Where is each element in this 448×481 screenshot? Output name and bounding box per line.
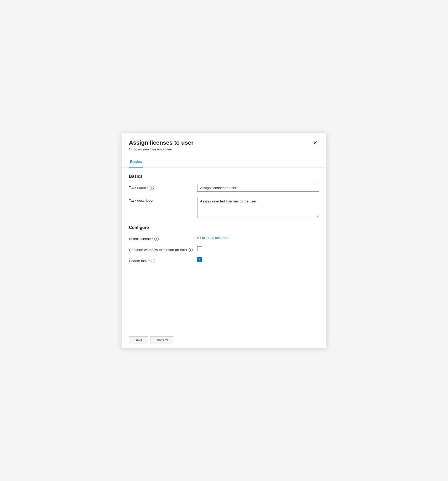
tab-basics[interactable]: Basics bbox=[129, 158, 143, 168]
save-button[interactable]: Save bbox=[129, 336, 148, 344]
continue-workflow-row: Continue workflow execution on error i bbox=[129, 246, 319, 252]
task-name-row: Task name * i bbox=[129, 184, 319, 192]
task-description-field bbox=[197, 197, 319, 219]
checkmark-icon: ✓ bbox=[198, 258, 201, 262]
enable-task-row: Enable task * i ✓ bbox=[129, 257, 319, 263]
basics-heading: Basics bbox=[129, 174, 319, 179]
select-license-label: Select license * i bbox=[129, 235, 197, 241]
task-name-input[interactable] bbox=[197, 184, 319, 192]
continue-workflow-checkbox[interactable] bbox=[197, 246, 202, 251]
dialog-content: Basics Task name * i Task description bbox=[122, 168, 326, 332]
licenses-selected-link[interactable]: 0 Licenses selected bbox=[197, 236, 228, 240]
continue-workflow-info-icon[interactable]: i bbox=[189, 248, 193, 252]
dialog-subtitle: Onboard new hire employee bbox=[129, 147, 194, 151]
discard-button[interactable]: Discard bbox=[150, 336, 173, 344]
enable-task-info-icon[interactable]: i bbox=[151, 259, 155, 263]
task-description-label: Task description bbox=[129, 197, 197, 202]
task-name-label: Task name * i bbox=[129, 184, 197, 190]
select-license-field: 0 Licenses selected bbox=[197, 235, 319, 240]
continue-workflow-field bbox=[197, 246, 319, 251]
close-button[interactable]: ✕ bbox=[311, 139, 319, 147]
task-name-required: * bbox=[147, 186, 148, 190]
tabs-bar: Basics bbox=[122, 153, 326, 168]
enable-task-field: ✓ bbox=[197, 257, 319, 262]
dialog-title-group: Assign licenses to user Onboard new hire… bbox=[129, 139, 194, 151]
enable-task-checkbox[interactable]: ✓ bbox=[197, 257, 202, 262]
enable-task-label: Enable task * i bbox=[129, 257, 197, 263]
dialog-title: Assign licenses to user bbox=[129, 139, 194, 147]
enable-task-required: * bbox=[149, 259, 150, 263]
configure-section: Configure Select license * i 0 Licenses … bbox=[129, 225, 319, 263]
task-description-row: Task description bbox=[129, 197, 319, 219]
close-icon: ✕ bbox=[313, 140, 317, 145]
basics-section: Basics Task name * i Task description bbox=[129, 174, 319, 219]
select-license-required: * bbox=[152, 237, 153, 241]
configure-heading: Configure bbox=[129, 225, 319, 230]
select-license-row: Select license * i 0 Licenses selected bbox=[129, 235, 319, 241]
select-license-info-icon[interactable]: i bbox=[154, 237, 159, 241]
dialog-header: Assign licenses to user Onboard new hire… bbox=[122, 133, 326, 153]
continue-workflow-label: Continue workflow execution on error i bbox=[129, 246, 197, 252]
task-name-field bbox=[197, 184, 319, 192]
task-name-info-icon[interactable]: i bbox=[150, 186, 154, 190]
dialog-footer: Save Discard bbox=[122, 332, 326, 348]
assign-licenses-dialog: Assign licenses to user Onboard new hire… bbox=[122, 133, 326, 348]
task-description-input[interactable] bbox=[197, 197, 319, 218]
